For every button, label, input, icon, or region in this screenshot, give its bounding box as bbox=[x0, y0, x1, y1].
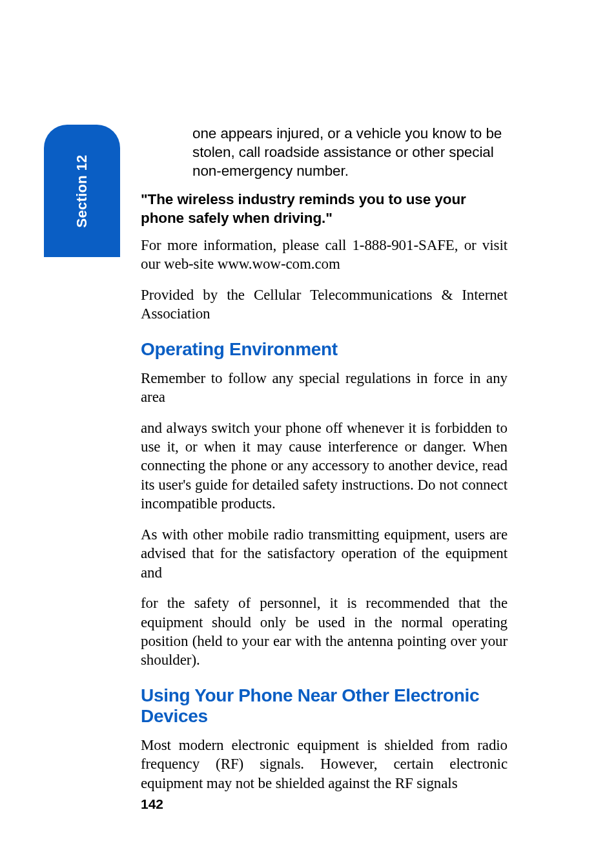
heading-operating-environment: Operating Environment bbox=[141, 339, 508, 360]
operating-para-3: As with other mobile radio transmitting … bbox=[141, 525, 508, 582]
operating-para-2: and always switch your phone off wheneve… bbox=[141, 419, 508, 514]
info-provider: Provided by the Cellular Telecommunicati… bbox=[141, 286, 508, 324]
section-tab-label: Section 12 bbox=[74, 154, 90, 227]
section-tab: Section 12 bbox=[44, 125, 120, 257]
heading-electronic-devices: Using Your Phone Near Other Electronic D… bbox=[141, 685, 508, 727]
operating-para-1: Remember to follow any special regulatio… bbox=[141, 369, 508, 407]
safety-quote: "The wireless industry reminds you to us… bbox=[141, 191, 508, 228]
info-contact: For more information, please call 1-888-… bbox=[141, 236, 508, 274]
electronic-devices-para-1: Most modern electronic equipment is shie… bbox=[141, 736, 508, 793]
page-number: 142 bbox=[141, 796, 508, 812]
intro-fragment: one appears injured, or a vehicle you kn… bbox=[192, 125, 508, 180]
page-content: one appears injured, or a vehicle you kn… bbox=[141, 125, 508, 812]
document-page: Section 12 one appears injured, or a veh… bbox=[0, 0, 616, 852]
operating-para-4: for the safety of personnel, it is recom… bbox=[141, 594, 508, 670]
